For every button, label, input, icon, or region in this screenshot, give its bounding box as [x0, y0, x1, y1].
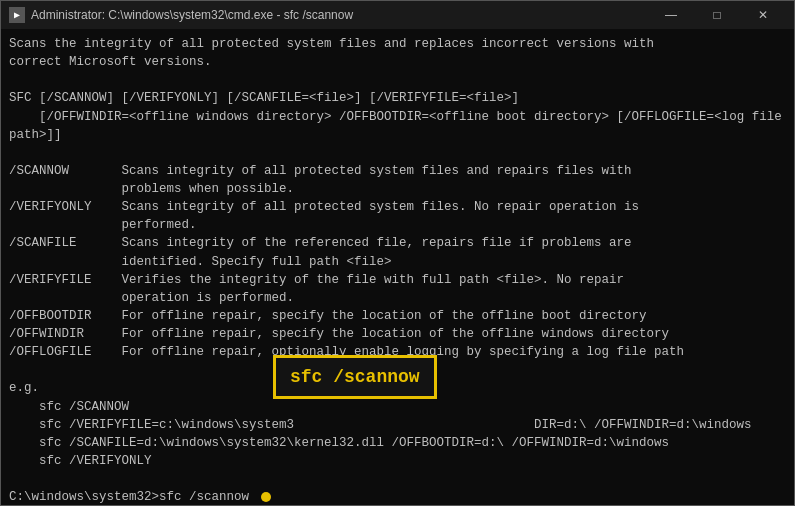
terminal-body[interactable]: Scans the integrity of all protected sys…	[1, 29, 794, 505]
window-title: Administrator: C:\windows\system32\cmd.e…	[31, 8, 353, 22]
maximize-button[interactable]: □	[694, 1, 740, 29]
terminal-content: Scans the integrity of all protected sys…	[9, 35, 786, 505]
window-controls: — □ ✕	[648, 1, 786, 29]
highlight-box: sfc /scannow	[273, 355, 437, 399]
cursor-dot	[261, 492, 271, 502]
highlight-text: sfc /scannow	[290, 367, 420, 387]
close-button[interactable]: ✕	[740, 1, 786, 29]
minimize-button[interactable]: —	[648, 1, 694, 29]
cmd-icon: ▶	[9, 7, 25, 23]
title-bar: ▶ Administrator: C:\windows\system32\cmd…	[1, 1, 794, 29]
cmd-window: ▶ Administrator: C:\windows\system32\cmd…	[0, 0, 795, 506]
title-bar-left: ▶ Administrator: C:\windows\system32\cmd…	[9, 7, 353, 23]
